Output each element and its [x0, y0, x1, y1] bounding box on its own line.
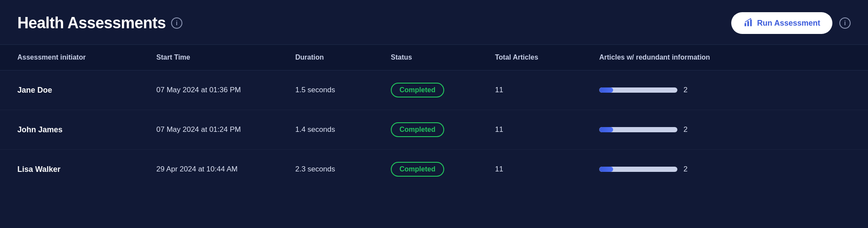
progress-bar-2 — [599, 167, 677, 172]
header-info-icon[interactable]: i — [171, 17, 182, 29]
progress-bar-1 — [599, 127, 677, 132]
cell-start-time-2: 29 Apr 2024 at 10:44 AM — [156, 165, 295, 174]
cell-status-2: Completed — [391, 162, 495, 177]
cell-duration-1: 1.4 seconds — [295, 125, 391, 134]
table-row: Jane Doe 07 May 2024 at 01:36 PM 1.5 sec… — [0, 70, 868, 110]
run-assessment-label: Run Assessment — [757, 19, 820, 28]
progress-value-2: 2 — [683, 165, 687, 174]
header-right-info-icon[interactable]: i — [839, 17, 851, 29]
svg-rect-2 — [750, 20, 752, 27]
progress-value-1: 2 — [683, 125, 687, 134]
progress-bar-0 — [599, 87, 677, 93]
status-badge-0: Completed — [391, 83, 444, 97]
cell-initiator-1: John James — [17, 125, 156, 134]
svg-rect-1 — [747, 21, 749, 26]
table-row: John James 07 May 2024 at 01:24 PM 1.4 s… — [0, 110, 868, 150]
col-header-start-time: Start Time — [156, 54, 295, 61]
page-title: Health Assessments — [17, 14, 166, 32]
table-header: Assessment initiator Start Time Duration… — [0, 45, 868, 70]
header: Health Assessments i Run Assessment i — [0, 0, 868, 45]
cell-duration-0: 1.5 seconds — [295, 86, 391, 94]
col-header-initiator: Assessment initiator — [17, 54, 156, 61]
cell-start-time-0: 07 May 2024 at 01:36 PM — [156, 86, 295, 94]
progress-container-0: 2 — [599, 86, 851, 94]
table-container: Assessment initiator Start Time Duration… — [0, 45, 868, 189]
svg-rect-0 — [744, 23, 746, 26]
progress-container-1: 2 — [599, 125, 851, 134]
status-badge-1: Completed — [391, 122, 444, 137]
progress-value-0: 2 — [683, 86, 687, 94]
col-header-duration: Duration — [295, 54, 391, 61]
cell-start-time-1: 07 May 2024 at 01:24 PM — [156, 125, 295, 134]
cell-redundant-1: 2 — [599, 125, 851, 134]
page-container: Health Assessments i Run Assessment i — [0, 0, 868, 228]
header-left: Health Assessments i — [17, 14, 182, 32]
cell-total-articles-0: 11 — [495, 86, 599, 94]
cell-initiator-0: Jane Doe — [17, 86, 156, 95]
table-body: Jane Doe 07 May 2024 at 01:36 PM 1.5 sec… — [0, 70, 868, 189]
progress-container-2: 2 — [599, 165, 851, 174]
cell-total-articles-1: 11 — [495, 125, 599, 134]
cell-duration-2: 2.3 seconds — [295, 165, 391, 174]
cell-redundant-2: 2 — [599, 165, 851, 174]
col-header-redundant: Articles w/ redundant information — [599, 54, 851, 61]
header-right: Run Assessment i — [731, 12, 851, 34]
col-header-status: Status — [391, 54, 495, 61]
status-badge-2: Completed — [391, 162, 444, 177]
progress-fill-0 — [599, 87, 613, 93]
table-row: Lisa Walker 29 Apr 2024 at 10:44 AM 2.3 … — [0, 150, 868, 189]
cell-total-articles-2: 11 — [495, 165, 599, 174]
col-header-total-articles: Total Articles — [495, 54, 599, 61]
cell-redundant-0: 2 — [599, 86, 851, 94]
progress-fill-2 — [599, 167, 613, 172]
cell-status-1: Completed — [391, 122, 495, 137]
cell-status-0: Completed — [391, 83, 495, 97]
cell-initiator-2: Lisa Walker — [17, 165, 156, 174]
run-assessment-button[interactable]: Run Assessment — [731, 12, 832, 34]
chart-icon — [743, 18, 753, 28]
progress-fill-1 — [599, 127, 613, 132]
